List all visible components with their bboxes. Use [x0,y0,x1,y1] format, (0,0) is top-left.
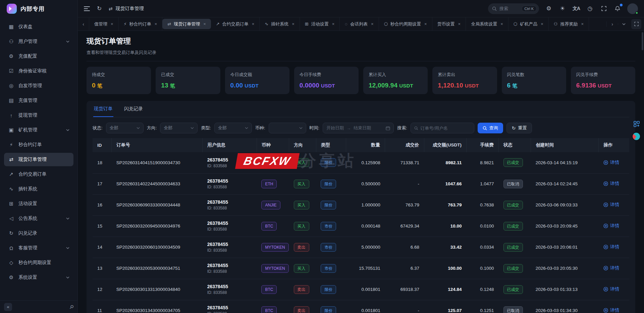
coin-badge: ETH [261,180,277,188]
column-header: 成交价 [385,138,424,152]
content-tab[interactable]: 现货订单 [93,101,113,117]
page-tab[interactable]: ⚇ 推荐奖励 × [549,17,589,30]
content-tab[interactable]: 闪兑记录 [123,101,144,117]
sidebar-item[interactable]: ∿ 插针系统 [4,182,73,196]
deposit-icon: ▤ [8,98,14,104]
sidebar-item[interactable]: ↑ 提现管理 [4,109,73,122]
sidebar-item[interactable]: ↗ 合约交易订单 [4,168,73,181]
menu-toggle-icon[interactable] [84,6,90,11]
global-search[interactable]: 搜索 Ctrl K [488,3,539,14]
detail-link[interactable]: 详情 [603,160,619,166]
widget-customize-button[interactable] [633,121,640,128]
sidebar-item[interactable]: ◁ 公告系统 [4,212,73,225]
page-tab[interactable]: ↗ 合约交易订单 × [211,17,260,30]
close-icon[interactable]: × [292,21,294,26]
detail-link[interactable]: 详情 [603,181,619,187]
sidebar-item[interactable]: ↻ 闪兑记录 [4,227,73,240]
refresh-icon[interactable]: ↻ [95,5,103,13]
detail-link[interactable]: 详情 [603,202,619,208]
close-icon[interactable]: × [203,21,206,26]
status-select[interactable]: 全部 [106,123,144,133]
user-id: ID: 833588 [207,206,252,210]
page-tab[interactable]: ∿ 插针系统 × [260,17,300,30]
page-tab[interactable]: ⚡ 秒合约订单 × [119,17,163,30]
settings-gear-icon[interactable]: ⚙ [545,5,553,13]
scrollbar-thumb[interactable] [642,32,643,50]
start-date-placeholder: 开始日期 [326,125,344,131]
sidebar-item[interactable]: ⇄ 现货订单管理 [4,153,73,166]
sidebar-item[interactable]: Ω 客服管理 [4,241,73,255]
page-tab[interactable]: ⬡ 矿机产品 × [508,17,549,30]
sidebar-item-label: 闪兑记录 [18,230,37,236]
sidebar-item[interactable]: ⚙ 系统设置 [4,271,73,284]
order-search-input[interactable] [420,126,470,131]
translate-icon[interactable]: 文A [572,5,580,13]
sidebar-item[interactable]: ◎ 自发币管理 [4,79,73,92]
theme-brightness-icon[interactable]: ☀ [558,5,567,13]
close-icon[interactable]: × [111,21,113,26]
pin-icon[interactable]: ⚲ [68,303,75,310]
shortcut-badge: Ctrl K [522,6,537,12]
page-tab[interactable]: 全局系统设置 × [466,17,508,30]
coin-select[interactable] [269,123,306,133]
tab-label: 矿机产品 [520,21,537,27]
sidebar-item[interactable]: ▤ 充值管理 [4,94,73,107]
direction-select[interactable]: 全部 [160,123,198,133]
user-id: ID: 833588 [207,311,252,313]
customer-service-button[interactable] [632,132,641,141]
content-fullscreen-button[interactable] [631,19,641,29]
page-tab[interactable]: ⬡ 秒合约周期设置 × [379,17,432,30]
detail-link[interactable]: 详情 [603,223,619,229]
sidebar-item[interactable]: ☑ 身份验证审核 [4,64,73,78]
close-icon[interactable]: × [332,21,335,26]
sidebar-item[interactable]: ▣ 矿机管理 [4,123,73,137]
tabs-menu-button[interactable] [618,23,629,25]
sidebar-item[interactable]: ⊞ 活动设置 [4,197,73,210]
page-tab[interactable]: 货币设置 × [432,17,466,30]
sidebar-item[interactable]: ⚇ 用户管理 [4,35,73,48]
sidebar-item-label: 客服管理 [18,245,37,251]
page-tab[interactable]: ⇄ 现货订单管理 × [162,19,211,29]
detail-link[interactable]: 详情 [603,244,619,250]
tabs-scroll-right-button[interactable]: › [606,21,618,27]
tabs-scroll-left-button[interactable]: ‹ [78,17,89,30]
close-icon[interactable]: × [371,21,374,26]
deal-price-value: 6.37 [385,258,424,279]
user-name: 26378455 [207,263,252,268]
fullscreen-icon[interactable] [600,5,608,13]
reset-button[interactable]: ↻ 重置 [506,123,532,133]
query-button[interactable]: 查询 [478,123,503,133]
sidebar-item-label: 现货订单管理 [18,156,47,163]
sidebar-item-label: 系统设置 [18,274,37,280]
arrow-right-icon: → [346,126,351,131]
avatar[interactable] [627,3,638,14]
type-select[interactable]: 全部 [214,123,252,133]
fee-value: 0.1000 [466,258,498,279]
close-icon[interactable]: × [155,21,157,26]
page-tab[interactable]: ⊞ 活动设置 × [300,17,340,30]
sidebar-item[interactable]: ▦ 仪表盘 [4,20,73,34]
user-name: 26378455 [207,305,252,310]
detail-link[interactable]: 详情 [603,307,619,313]
close-icon[interactable]: × [500,21,503,26]
tab-icon: ↗ [216,21,220,26]
sidebar-item[interactable]: ⚙ 充值配置 [4,50,73,63]
user-name: 26378455 [207,157,252,163]
notifications-bell-icon[interactable] [613,5,622,13]
detail-link[interactable]: 详情 [603,286,619,292]
quantity-value: 15.705131 [346,258,385,279]
deal-amount-value: 100.00 [424,258,466,279]
timezone-globe-icon[interactable]: ◷ [586,5,594,13]
sidebar-item[interactable]: ◇ 秒合约周期设置 [4,256,73,269]
page-tab[interactable]: 值管理 × [89,17,119,30]
date-range-picker[interactable]: 开始日期 → 结束日期 [323,123,394,133]
collapse-sidebar-button[interactable]: « [4,303,12,311]
page-tab[interactable]: ◌ 会话列表 × [340,17,379,30]
close-icon[interactable]: × [541,21,543,26]
close-icon[interactable]: × [424,21,427,26]
close-icon[interactable]: × [458,21,461,26]
close-icon[interactable]: × [252,21,255,26]
sidebar-item[interactable]: ⚡ 秒合约订单 [4,138,73,151]
close-icon[interactable]: × [581,21,584,26]
detail-link[interactable]: 详情 [603,265,619,271]
